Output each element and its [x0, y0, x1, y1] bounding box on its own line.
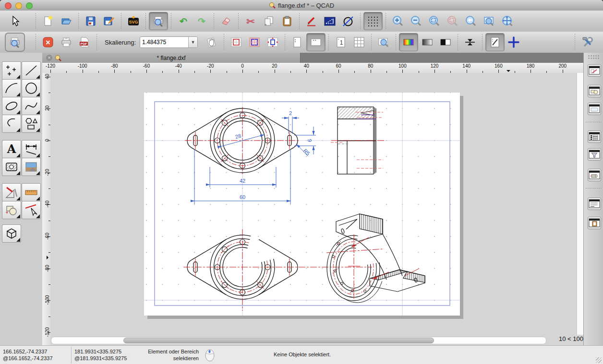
svg-export-button[interactable]: SVG	[124, 12, 143, 30]
relative-coordinate: @166.1652,-74.2337	[3, 355, 53, 362]
paper-sheet[interactable]: 28 2 6 R5 42 60	[144, 93, 460, 316]
black-white-button[interactable]	[436, 34, 455, 51]
selection-pointer-button[interactable]	[6, 12, 24, 30]
solid-tool-button[interactable]	[2, 224, 21, 243]
save-as-button[interactable]	[100, 12, 118, 30]
arc-tool-button[interactable]	[2, 79, 21, 97]
text-tool-button[interactable]: A	[2, 140, 21, 158]
block-list-button[interactable]	[588, 85, 601, 97]
horizontal-scrollbar[interactable]	[51, 337, 546, 344]
image-tool-button[interactable]	[22, 158, 41, 176]
spline-tool-button[interactable]	[22, 97, 41, 115]
command-line-button[interactable]	[588, 198, 601, 210]
print-preview-button[interactable]	[149, 12, 168, 30]
shape-tool-button[interactable]	[22, 115, 41, 133]
open-file-button[interactable]	[57, 12, 75, 30]
pan-paper-button[interactable]	[203, 34, 221, 51]
drawing-canvas[interactable]: 28 2 6 R5 42 60	[50, 73, 583, 345]
resize-grip[interactable]	[596, 357, 602, 363]
multi-page-button[interactable]	[350, 34, 368, 51]
measure-tool-button[interactable]	[22, 183, 41, 201]
scale-combo[interactable]: ▼	[140, 36, 198, 48]
zoom-window-button[interactable]	[480, 12, 498, 30]
new-file-button[interactable]	[39, 12, 57, 30]
zoom-to-page-button[interactable]	[374, 34, 393, 51]
layer-list-icon	[589, 132, 600, 141]
tab-flange[interactable]: × * flange.dxf	[42, 53, 301, 63]
pdf-export-button[interactable]: PDF	[75, 34, 94, 51]
svg-text:1: 1	[340, 39, 343, 46]
tab-close-icon[interactable]: ×	[46, 55, 52, 61]
line-tool-button[interactable]	[22, 61, 41, 80]
scale-input[interactable]	[140, 37, 188, 47]
pointer-icon	[9, 15, 21, 27]
cut-button[interactable]: ✂	[241, 12, 260, 30]
circle-line-icon	[342, 15, 354, 27]
save-button[interactable]	[82, 12, 100, 30]
view-panel-button[interactable]	[588, 103, 601, 115]
property-editor-icon	[589, 66, 600, 75]
sidebar-grip[interactable]	[588, 55, 600, 59]
horizontal-ruler: -120-100-80-60-40-2002040608010012014016…	[42, 63, 583, 73]
polyline-tool-button[interactable]	[2, 115, 21, 133]
zoom-out-button[interactable]	[407, 12, 425, 30]
zoom-window-icon	[483, 15, 495, 27]
paste-button[interactable]	[278, 12, 296, 30]
measure-distance-button[interactable]	[321, 12, 339, 30]
undo-button[interactable]: ↶	[174, 12, 193, 30]
zoom-pan-button[interactable]	[498, 12, 517, 30]
titlebar[interactable]: flange.dxf * – QCAD	[0, 0, 603, 11]
close-window-button[interactable]	[5, 2, 12, 9]
zoom-window-button[interactable]	[26, 2, 33, 9]
show-crosshair-button[interactable]	[505, 34, 523, 51]
horizontal-scrollbar-thumb[interactable]	[123, 338, 434, 343]
modify-tool-button[interactable]	[2, 201, 21, 219]
landscape-button[interactable]	[306, 33, 326, 51]
grayscale-button[interactable]	[418, 34, 436, 51]
circle-line-button[interactable]	[339, 12, 357, 30]
close-print-preview-button[interactable]: ×	[39, 34, 57, 51]
fit-to-paper-button[interactable]	[264, 34, 282, 51]
dimension-tool-button[interactable]	[22, 140, 41, 158]
zoom-auto-button[interactable]	[425, 12, 444, 30]
point-tool-button[interactable]	[2, 61, 21, 80]
select-tool-button[interactable]	[22, 201, 41, 219]
grayscale-mode-icon	[421, 36, 434, 48]
line-weight-button[interactable]	[461, 34, 479, 51]
erase-button[interactable]	[217, 12, 235, 30]
paper-fill-button[interactable]	[245, 34, 264, 51]
single-page-button[interactable]: 1	[332, 34, 350, 51]
paper-borders-button[interactable]	[227, 34, 245, 51]
spline-tool-icon	[24, 99, 38, 113]
full-color-button[interactable]	[399, 33, 418, 51]
portrait-button[interactable]	[288, 34, 306, 51]
measure-distance-icon	[324, 15, 336, 27]
selection-filter-button[interactable]	[588, 148, 601, 161]
ellipse-tool-button[interactable]	[2, 97, 21, 115]
draw-pencil-button[interactable]	[302, 12, 321, 30]
clipboard-panel-button[interactable]	[588, 217, 601, 229]
library-browser-button[interactable]	[588, 169, 601, 181]
property-editor-button[interactable]	[588, 64, 601, 77]
grid-toggle-button[interactable]	[363, 12, 383, 30]
zoom-selection-button[interactable]	[444, 12, 462, 30]
circle-tool-button[interactable]	[22, 79, 41, 97]
library-browser-icon	[589, 170, 600, 180]
cad-tools-button[interactable]	[2, 183, 21, 201]
redo-button[interactable]: ↷	[193, 12, 211, 30]
minimize-window-button[interactable]	[15, 2, 22, 9]
vertical-scrollbar[interactable]	[577, 73, 583, 335]
panel-sidebar	[583, 53, 603, 345]
scale-dropdown-button[interactable]: ▼	[188, 37, 197, 47]
zoom-previous-button[interactable]	[462, 12, 480, 30]
zoom-in-button[interactable]	[389, 12, 407, 30]
print-button[interactable]	[57, 34, 75, 51]
circle-tool-icon	[24, 81, 38, 95]
print-preview-toggle-button[interactable]	[5, 33, 25, 52]
layer-list-button[interactable]	[588, 130, 601, 143]
hatch-tool-button[interactable]	[2, 158, 21, 176]
settings-button[interactable]	[578, 34, 596, 51]
copy-button[interactable]: +	[260, 12, 278, 30]
svg-export-icon: SVG	[127, 15, 140, 27]
draft-mode-button[interactable]	[485, 33, 505, 51]
